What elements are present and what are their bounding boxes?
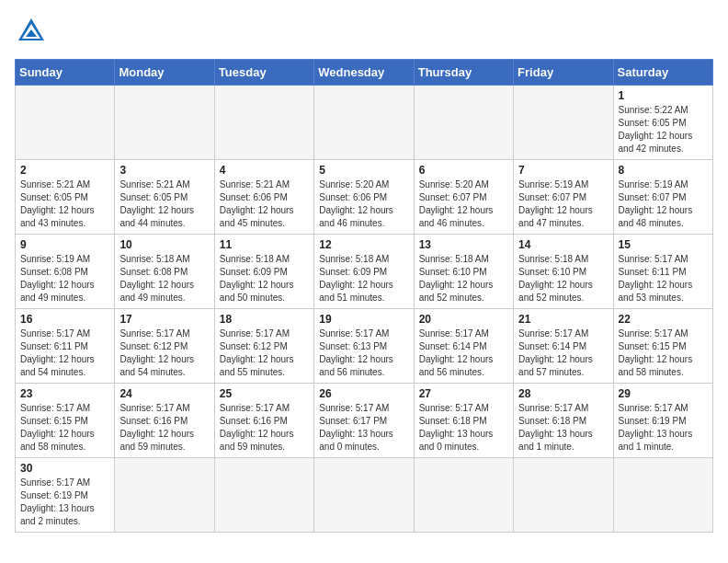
week-row-4: 16Sunrise: 5:17 AM Sunset: 6:11 PM Dayli…: [16, 309, 713, 384]
calendar-cell: 25Sunrise: 5:17 AM Sunset: 6:16 PM Dayli…: [214, 384, 313, 458]
cell-content: Sunrise: 5:17 AM Sunset: 6:18 PM Dayligh…: [518, 402, 608, 454]
day-number: 9: [20, 238, 109, 251]
day-number: 29: [619, 387, 708, 400]
cell-content: Sunrise: 5:21 AM Sunset: 6:06 PM Dayligh…: [220, 178, 309, 230]
cell-content: Sunrise: 5:21 AM Sunset: 6:05 PM Dayligh…: [119, 178, 209, 230]
cell-content: Sunrise: 5:17 AM Sunset: 6:14 PM Dayligh…: [419, 327, 508, 379]
weekday-header-row: SundayMondayTuesdayWednesdayThursdayFrid…: [16, 60, 713, 86]
cell-content: Sunrise: 5:17 AM Sunset: 6:11 PM Dayligh…: [20, 327, 109, 379]
day-number: 11: [220, 238, 309, 251]
cell-content: Sunrise: 5:17 AM Sunset: 6:13 PM Dayligh…: [319, 327, 408, 379]
calendar-cell: [115, 86, 214, 160]
calendar-cell: 20Sunrise: 5:17 AM Sunset: 6:14 PM Dayli…: [414, 309, 513, 384]
calendar-cell: 22Sunrise: 5:17 AM Sunset: 6:15 PM Dayli…: [613, 309, 712, 384]
calendar-cell: 17Sunrise: 5:17 AM Sunset: 6:12 PM Dayli…: [115, 309, 214, 384]
calendar-cell: [414, 458, 513, 533]
calendar-cell: 30Sunrise: 5:17 AM Sunset: 6:19 PM Dayli…: [16, 458, 115, 533]
day-number: 7: [518, 164, 608, 177]
weekday-header-wednesday: Wednesday: [314, 60, 414, 86]
day-number: 5: [319, 164, 408, 177]
cell-content: Sunrise: 5:18 AM Sunset: 6:08 PM Dayligh…: [119, 253, 209, 304]
calendar-cell: 11Sunrise: 5:18 AM Sunset: 6:09 PM Dayli…: [214, 235, 313, 309]
calendar-cell: 6Sunrise: 5:20 AM Sunset: 6:07 PM Daylig…: [414, 160, 513, 235]
day-number: 16: [20, 313, 109, 326]
calendar-cell: [16, 86, 115, 160]
day-number: 18: [220, 313, 309, 326]
cell-content: Sunrise: 5:17 AM Sunset: 6:12 PM Dayligh…: [220, 327, 309, 379]
calendar-cell: 28Sunrise: 5:17 AM Sunset: 6:18 PM Dayli…: [514, 384, 613, 458]
day-number: 27: [419, 387, 508, 400]
cell-content: Sunrise: 5:19 AM Sunset: 6:07 PM Dayligh…: [518, 178, 608, 230]
logo: [15, 15, 51, 48]
calendar-cell: 26Sunrise: 5:17 AM Sunset: 6:17 PM Dayli…: [314, 384, 414, 458]
calendar-cell: 2Sunrise: 5:21 AM Sunset: 6:05 PM Daylig…: [16, 160, 115, 235]
calendar-cell: 7Sunrise: 5:19 AM Sunset: 6:07 PM Daylig…: [514, 160, 613, 235]
cell-content: Sunrise: 5:17 AM Sunset: 6:17 PM Dayligh…: [319, 402, 408, 454]
cell-content: Sunrise: 5:21 AM Sunset: 6:05 PM Dayligh…: [20, 178, 109, 230]
calendar-cell: 14Sunrise: 5:18 AM Sunset: 6:10 PM Dayli…: [514, 235, 613, 309]
cell-content: Sunrise: 5:18 AM Sunset: 6:10 PM Dayligh…: [518, 253, 608, 304]
day-number: 28: [518, 387, 608, 400]
calendar-cell: 15Sunrise: 5:17 AM Sunset: 6:11 PM Dayli…: [613, 235, 712, 309]
weekday-header-thursday: Thursday: [414, 60, 513, 86]
cell-content: Sunrise: 5:22 AM Sunset: 6:05 PM Dayligh…: [619, 104, 708, 155]
day-number: 17: [119, 313, 209, 326]
calendar-cell: 8Sunrise: 5:19 AM Sunset: 6:07 PM Daylig…: [613, 160, 712, 235]
calendar-cell: 3Sunrise: 5:21 AM Sunset: 6:05 PM Daylig…: [115, 160, 214, 235]
day-number: 24: [119, 387, 209, 400]
day-number: 3: [119, 164, 209, 177]
day-number: 14: [518, 238, 608, 251]
day-number: 20: [419, 313, 508, 326]
cell-content: Sunrise: 5:17 AM Sunset: 6:16 PM Dayligh…: [119, 402, 209, 454]
cell-content: Sunrise: 5:17 AM Sunset: 6:19 PM Dayligh…: [20, 477, 109, 528]
week-row-1: 1Sunrise: 5:22 AM Sunset: 6:05 PM Daylig…: [16, 86, 713, 160]
week-row-6: 30Sunrise: 5:17 AM Sunset: 6:19 PM Dayli…: [16, 458, 713, 533]
calendar-cell: 21Sunrise: 5:17 AM Sunset: 6:14 PM Dayli…: [514, 309, 613, 384]
day-number: 21: [518, 313, 608, 326]
cell-content: Sunrise: 5:17 AM Sunset: 6:14 PM Dayligh…: [518, 327, 608, 379]
day-number: 26: [319, 387, 408, 400]
calendar-cell: [613, 458, 712, 533]
weekday-header-sunday: Sunday: [16, 60, 115, 86]
calendar-cell: [115, 458, 214, 533]
day-number: 2: [20, 164, 109, 177]
cell-content: Sunrise: 5:20 AM Sunset: 6:07 PM Dayligh…: [419, 178, 508, 230]
calendar-cell: 19Sunrise: 5:17 AM Sunset: 6:13 PM Dayli…: [314, 309, 414, 384]
day-number: 13: [419, 238, 508, 251]
day-number: 25: [220, 387, 309, 400]
cell-content: Sunrise: 5:18 AM Sunset: 6:09 PM Dayligh…: [319, 253, 408, 304]
calendar-cell: 9Sunrise: 5:19 AM Sunset: 6:08 PM Daylig…: [16, 235, 115, 309]
cell-content: Sunrise: 5:17 AM Sunset: 6:15 PM Dayligh…: [20, 402, 109, 454]
calendar-cell: [314, 86, 414, 160]
cell-content: Sunrise: 5:20 AM Sunset: 6:06 PM Dayligh…: [319, 178, 408, 230]
header: [15, 15, 713, 48]
cell-content: Sunrise: 5:17 AM Sunset: 6:15 PM Dayligh…: [619, 327, 708, 379]
calendar-cell: [314, 458, 414, 533]
cell-content: Sunrise: 5:19 AM Sunset: 6:07 PM Dayligh…: [619, 178, 708, 230]
weekday-header-saturday: Saturday: [613, 60, 712, 86]
calendar-cell: 16Sunrise: 5:17 AM Sunset: 6:11 PM Dayli…: [16, 309, 115, 384]
calendar-cell: [214, 86, 313, 160]
calendar: SundayMondayTuesdayWednesdayThursdayFrid…: [15, 59, 713, 533]
cell-content: Sunrise: 5:17 AM Sunset: 6:11 PM Dayligh…: [619, 253, 708, 304]
calendar-cell: 5Sunrise: 5:20 AM Sunset: 6:06 PM Daylig…: [314, 160, 414, 235]
day-number: 23: [20, 387, 109, 400]
calendar-cell: 4Sunrise: 5:21 AM Sunset: 6:06 PM Daylig…: [214, 160, 313, 235]
calendar-cell: [514, 86, 613, 160]
logo-icon: [15, 15, 48, 48]
calendar-cell: [514, 458, 613, 533]
calendar-cell: 27Sunrise: 5:17 AM Sunset: 6:18 PM Dayli…: [414, 384, 513, 458]
calendar-cell: 23Sunrise: 5:17 AM Sunset: 6:15 PM Dayli…: [16, 384, 115, 458]
cell-content: Sunrise: 5:17 AM Sunset: 6:16 PM Dayligh…: [220, 402, 309, 454]
calendar-cell: 1Sunrise: 5:22 AM Sunset: 6:05 PM Daylig…: [613, 86, 712, 160]
weekday-header-monday: Monday: [115, 60, 214, 86]
day-number: 22: [619, 313, 708, 326]
day-number: 4: [220, 164, 309, 177]
calendar-cell: 12Sunrise: 5:18 AM Sunset: 6:09 PM Dayli…: [314, 235, 414, 309]
cell-content: Sunrise: 5:17 AM Sunset: 6:12 PM Dayligh…: [119, 327, 209, 379]
day-number: 6: [419, 164, 508, 177]
week-row-2: 2Sunrise: 5:21 AM Sunset: 6:05 PM Daylig…: [16, 160, 713, 235]
calendar-cell: 13Sunrise: 5:18 AM Sunset: 6:10 PM Dayli…: [414, 235, 513, 309]
calendar-cell: 24Sunrise: 5:17 AM Sunset: 6:16 PM Dayli…: [115, 384, 214, 458]
week-row-3: 9Sunrise: 5:19 AM Sunset: 6:08 PM Daylig…: [16, 235, 713, 309]
